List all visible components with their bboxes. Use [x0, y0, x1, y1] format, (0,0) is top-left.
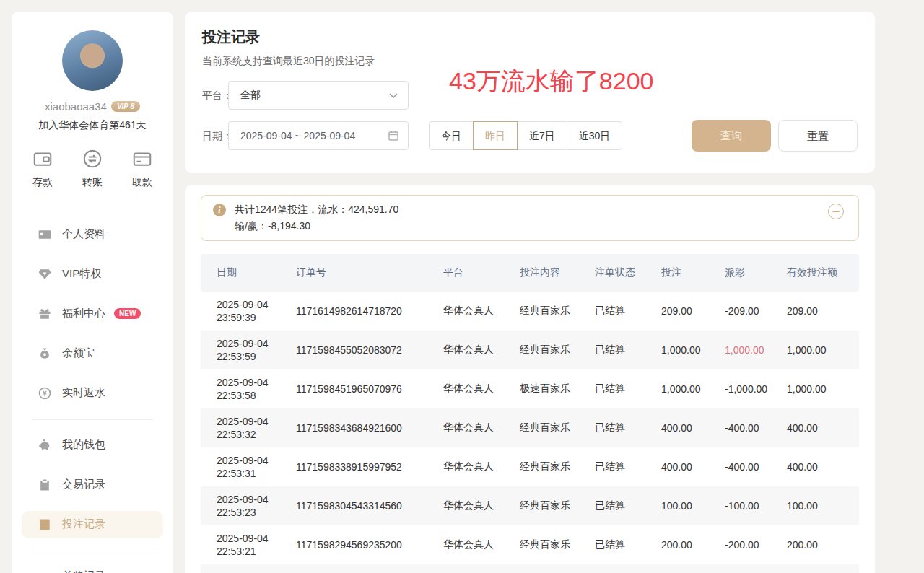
annotation-overlay-text: 43万流水输了8200 [449, 65, 653, 98]
range-7d-button[interactable]: 近7日 [517, 121, 567, 150]
sidebar-item-rebate[interactable]: 实时返水 [22, 380, 163, 407]
table-row: 2025-09-0422:53:31 1171598338915997952 华… [201, 447, 859, 486]
sidebar-item-vip[interactable]: VIP特权 [22, 261, 163, 288]
prize-record-icon [38, 569, 52, 573]
deposit-button[interactable]: 存款 [32, 148, 53, 189]
cell-valid: 1,000.00 [787, 331, 859, 369]
cell-bet: 100.00 [661, 486, 725, 525]
cell-platform: 华体会真人 [443, 369, 520, 408]
cell-bet: 400.00 [661, 408, 725, 447]
cell-status: 已结算 [595, 564, 661, 573]
cell-status: 已结算 [595, 369, 661, 408]
cell-content: 经典百家乐 [520, 408, 595, 447]
reset-button[interactable]: 重置 [778, 120, 858, 152]
sidebar: xiaobaoaa34VIP 8 加入华体会体育第461天 存款 转账 取款 个… [12, 12, 173, 573]
range-30d-button[interactable]: 近30日 [567, 121, 623, 150]
cell-order: 1171598304543314560 [296, 486, 443, 525]
sidebar-item-welfare[interactable]: 福利中心 NEW [22, 300, 163, 328]
cell-content: 经典百家乐 [520, 292, 595, 331]
cell-valid: 400.00 [787, 408, 859, 447]
new-badge: NEW [114, 308, 141, 319]
id-card-icon [38, 227, 52, 242]
cell-bet: 200.00 [661, 525, 725, 564]
gift-icon [38, 307, 52, 321]
cell-content: 经典百家乐 [520, 331, 595, 369]
sidebar-item-wallet[interactable]: 我的钱包 [22, 432, 163, 459]
cell-status: 已结算 [595, 408, 661, 447]
avatar[interactable] [62, 30, 123, 91]
sidebar-item-label: 实时返水 [62, 386, 105, 400]
sidebar-divider [32, 419, 153, 420]
sidebar-item-label: 交易记录 [62, 478, 105, 491]
transfer-icon [82, 148, 103, 172]
cell-platform: 华体会真人 [443, 525, 520, 564]
money-bag-icon [38, 346, 52, 361]
withdraw-button[interactable]: 取款 [131, 148, 153, 189]
username: xiaobaoaa34 [45, 100, 107, 113]
table-row: 2025-09-0422:53:32 1171598343684921600 华… [201, 408, 859, 447]
sidebar-item-label: 福利中心 [62, 307, 105, 320]
table-header-row: 日期 订单号 平台 投注内容 注单状态 投注 派彩 有效投注额 [201, 254, 859, 292]
cell-order: 1171598343684921600 [296, 408, 443, 447]
rebate-coin-icon [38, 386, 52, 401]
search-button[interactable]: 查询 [692, 120, 771, 152]
sidebar-item-transactions[interactable]: 交易记录 [22, 471, 163, 499]
cell-platform: 华体会真人 [443, 292, 520, 331]
clipboard-icon [38, 478, 52, 492]
transfer-button[interactable]: 转账 [82, 148, 103, 189]
col-valid: 有效投注额 [787, 254, 859, 292]
sidebar-item-label: 投注记录 [62, 517, 105, 531]
cell-status: 已结算 [595, 447, 661, 486]
table-row: 2025-09-0422:53:23 1171598304543314560 华… [201, 486, 859, 525]
platform-select[interactable]: 全部 [228, 81, 409, 110]
cell-platform: 华体会真人 [443, 408, 520, 447]
cell-order: 1171614982614718720 [296, 292, 443, 331]
cell-date: 2025-09-0422:53:32 [201, 408, 296, 447]
sidebar-item-bet-records[interactable]: 投注记录 [22, 511, 163, 538]
collapse-icon[interactable] [828, 204, 844, 219]
bet-record-icon [38, 517, 52, 532]
sidebar-item-profile[interactable]: 个人资料 [22, 221, 163, 248]
bank-card-icon [131, 148, 153, 172]
page-subtitle: 当前系统支持查询最近30日的投注记录 [202, 55, 375, 68]
cell-payout: -200.00 [725, 525, 787, 564]
range-today-button[interactable]: 今日 [429, 121, 474, 150]
quick-range-group: 今日 昨日 近7日 近30日 [429, 121, 622, 150]
bet-records-panel: i 共计1244笔投注，流水：424,591.70 输/赢：-8,194.30 … [185, 185, 875, 573]
table-row: 2025-09-0423:59:39 1171614982614718720 华… [201, 292, 859, 331]
table-row: 2025-09-04 1171598291247370880 华体会真人 经典百… [201, 564, 859, 573]
cell-date: 2025-09-0422:53:21 [201, 525, 296, 564]
sidebar-item-label: 余额宝 [62, 346, 95, 360]
cell-date: 2025-09-0422:53:59 [201, 331, 296, 369]
sidebar-item-prize-records[interactable]: 兑奖记录 [22, 563, 163, 573]
cell-payout: 1,000.00 [725, 331, 787, 369]
cell-order: 1171598455052083072 [296, 331, 443, 369]
cell-platform: 华体会真人 [443, 564, 520, 573]
cell-valid: 400.00 [787, 447, 859, 486]
cell-platform: 华体会真人 [443, 447, 520, 486]
piggy-bank-icon [38, 438, 52, 452]
cell-status: 已结算 [595, 331, 661, 369]
col-order: 订单号 [296, 254, 443, 292]
withdraw-label: 取款 [132, 176, 152, 189]
cell-platform: 华体会真人 [443, 486, 520, 525]
sidebar-item-yuebao[interactable]: 余额宝 [22, 340, 163, 367]
wallet-icon [32, 148, 53, 172]
range-yesterday-button[interactable]: 昨日 [473, 121, 518, 150]
cell-bet: 1,000.00 [661, 331, 725, 369]
sidebar-divider [32, 551, 153, 551]
date-range-input[interactable]: 2025-09-04 ~ 2025-09-04 [228, 121, 409, 150]
sidebar-item-label: VIP特权 [62, 267, 101, 281]
cell-content: 经典百家乐 [520, 525, 595, 564]
cell-payout: -400.00 [725, 447, 787, 486]
cell-payout: -100.00 [725, 486, 787, 525]
vip-badge: VIP 8 [111, 101, 140, 112]
cell-platform: 华体会真人 [443, 331, 520, 369]
col-status: 注单状态 [595, 254, 661, 292]
cell-valid: 400.00 [787, 564, 859, 573]
cell-payout: -1,000.00 [725, 369, 787, 408]
info-icon: i [213, 204, 226, 216]
sidebar-nav: 个人资料 VIP特权 福利中心 NEW 余额宝 实时返水 我的钱包 交易记录 [12, 221, 173, 573]
cell-valid: 100.00 [787, 486, 859, 525]
col-date: 日期 [201, 254, 296, 292]
